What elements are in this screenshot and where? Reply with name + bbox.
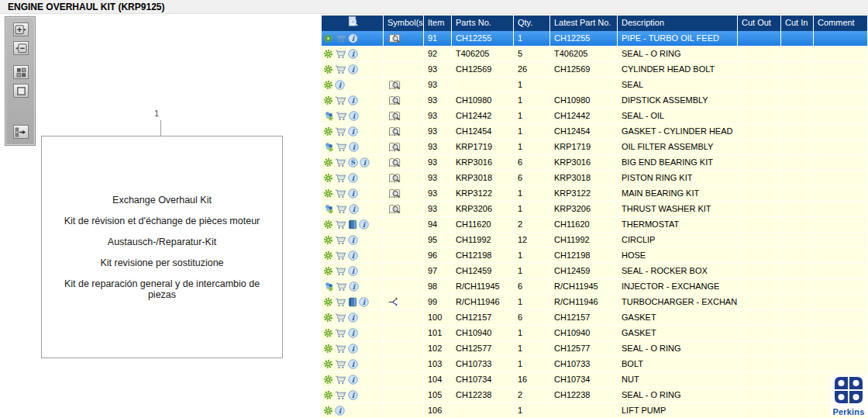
info-icon[interactable]: i	[349, 282, 359, 292]
gear-icon[interactable]	[323, 157, 333, 168]
info-icon[interactable]: i	[348, 328, 358, 338]
gear-icon[interactable]	[323, 266, 333, 276]
info-icon[interactable]: i	[335, 80, 345, 90]
cart-icon[interactable]	[335, 33, 346, 43]
gear-icon[interactable]	[323, 375, 333, 385]
kitgear-icon[interactable]	[323, 142, 334, 152]
cart-icon[interactable]	[335, 157, 346, 168]
book-magnifier-icon[interactable]	[388, 142, 401, 153]
table-row[interactable]: Si93KRP30166KRP3016BIG END BEARING KIT	[322, 155, 868, 171]
table-row[interactable]: i92T4062055T406205SEAL - O RING	[322, 47, 868, 62]
info-icon[interactable]: i	[348, 313, 358, 323]
info-icon[interactable]: i	[348, 235, 358, 245]
info-icon[interactable]: i	[349, 111, 359, 121]
info-icon[interactable]: i	[348, 375, 358, 385]
single-view-button[interactable]	[13, 84, 29, 98]
diagram-hotspot-box[interactable]: Exchange Overhaul KitKit de révision et …	[41, 136, 283, 358]
book-icon[interactable]	[348, 219, 357, 230]
gear-icon[interactable]	[323, 64, 333, 74]
cart-icon[interactable]	[335, 49, 346, 59]
table-row-selected[interactable]: i91CH122551CH12255PIPE - TURBO OIL FEED	[322, 31, 868, 47]
table-row[interactable]: i931SEAL	[322, 78, 868, 93]
info-icon[interactable]: i	[359, 219, 369, 230]
table-row[interactable]: i102CH125771CH12577SEAL - O RING	[322, 341, 868, 357]
cart-icon[interactable]	[335, 375, 346, 385]
book-magnifier-icon[interactable]	[388, 173, 401, 184]
zoom-in-button[interactable]	[13, 22, 29, 36]
gear-icon[interactable]	[323, 390, 333, 400]
info-icon[interactable]: i	[349, 142, 359, 152]
table-row[interactable]: i93KRP17191KRP1719OIL FILTER ASSEMBLY	[322, 140, 868, 155]
table-row[interactable]: i93CH124421CH12442SEAL - OIL	[322, 109, 868, 124]
info-icon[interactable]: i	[335, 406, 345, 416]
info-icon[interactable]: i	[348, 64, 358, 74]
book-magnifier-icon[interactable]	[388, 95, 401, 106]
gear-icon[interactable]	[323, 235, 333, 245]
gear-icon[interactable]	[323, 33, 333, 43]
cart-icon[interactable]	[335, 95, 346, 105]
table-row[interactable]: i93CH1256926CH12569CYLINDER HEAD BOLT	[322, 62, 868, 78]
cart-icon[interactable]	[335, 250, 346, 261]
table-row[interactable]: i93KRP32061KRP3206THRUST WASHER KIT	[322, 202, 868, 217]
cart-icon[interactable]	[336, 111, 347, 121]
table-row[interactable]: i101CH109401CH10940GASKET	[322, 326, 868, 341]
kitgear-icon[interactable]	[323, 282, 334, 292]
gear-icon[interactable]	[323, 95, 333, 105]
cart-icon[interactable]	[335, 359, 346, 369]
gear-icon[interactable]	[323, 406, 333, 416]
gear-icon[interactable]	[323, 49, 333, 59]
book-magnifier-icon[interactable]	[388, 126, 401, 137]
info-icon[interactable]: i	[348, 266, 358, 276]
book-magnifier-icon[interactable]	[388, 33, 401, 44]
info-icon[interactable]: i	[348, 33, 358, 43]
cart-icon[interactable]	[335, 344, 346, 354]
kitgear-icon[interactable]	[323, 111, 334, 121]
gear-icon[interactable]	[323, 80, 333, 90]
info-icon[interactable]: i	[360, 157, 370, 168]
cart-icon[interactable]	[335, 219, 346, 230]
book-magnifier-icon[interactable]	[388, 80, 401, 91]
thumbnail-view-button[interactable]	[13, 65, 29, 79]
gear-icon[interactable]	[323, 250, 333, 261]
info-icon[interactable]: i	[348, 95, 358, 105]
cart-icon[interactable]	[335, 266, 346, 276]
cart-icon[interactable]	[335, 328, 346, 338]
gear-icon[interactable]	[323, 297, 333, 307]
table-row[interactable]: i97CH124591CH12459SEAL - ROCKER BOX	[322, 264, 868, 279]
table-row[interactable]: i104CH1073416CH10734NUT	[322, 372, 868, 388]
s-icon[interactable]: S	[348, 157, 358, 168]
gear-icon[interactable]	[323, 328, 333, 338]
cart-icon[interactable]	[335, 126, 346, 136]
book-magnifier-icon[interactable]	[388, 111, 401, 122]
book-icon[interactable]	[348, 297, 357, 307]
info-icon[interactable]: i	[348, 126, 358, 136]
info-icon[interactable]: i	[348, 250, 358, 261]
cart-icon[interactable]	[335, 173, 346, 183]
table-row[interactable]: i103CH107331CH10733BOLT	[322, 357, 868, 372]
table-row[interactable]: i105CH122382CH12238SEAL - O RING	[322, 388, 868, 403]
gear-icon[interactable]	[323, 359, 333, 369]
gear-icon[interactable]	[323, 173, 333, 183]
kitgear-icon[interactable]	[323, 204, 334, 214]
table-row[interactable]: i100CH121576CH12157GASKET	[322, 310, 868, 326]
table-row[interactable]: i94CH116202CH11620THERMOSTAT	[322, 217, 868, 233]
info-icon[interactable]: i	[348, 344, 358, 354]
book-magnifier-icon[interactable]	[388, 157, 401, 168]
info-icon[interactable]: i	[348, 390, 358, 400]
cart-icon[interactable]	[336, 282, 347, 292]
info-icon[interactable]: i	[348, 188, 358, 199]
cart-icon[interactable]	[336, 204, 347, 214]
cart-icon[interactable]	[335, 390, 346, 400]
cart-icon[interactable]	[335, 235, 346, 245]
table-row[interactable]: i96CH121981CH12198HOSE	[322, 248, 868, 264]
cart-icon[interactable]	[335, 188, 346, 199]
info-icon[interactable]: i	[349, 204, 359, 214]
cart-icon[interactable]	[335, 297, 346, 307]
table-row[interactable]: i99R/CH119461R/CH11946TURBOCHARGER - EXC…	[322, 295, 868, 310]
table-row[interactable]: i93KRP30186KRP3018PISTON RING KIT	[322, 171, 868, 186]
info-icon[interactable]: i	[348, 173, 358, 183]
zoom-out-button[interactable]	[13, 41, 29, 55]
gear-icon[interactable]	[323, 188, 333, 199]
gear-icon[interactable]	[323, 344, 333, 354]
gear-icon[interactable]	[323, 219, 333, 230]
